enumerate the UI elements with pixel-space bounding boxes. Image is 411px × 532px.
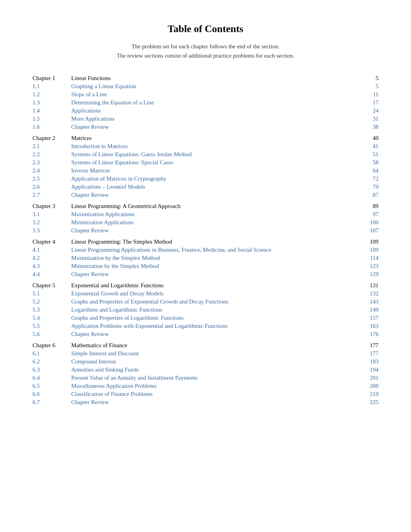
chapter-title: Linear Programming: The Simplex Method [70,238,363,246]
section-num: 2.6 [31,183,70,191]
section-row: 4.1Linear Programming Applications in Bu… [31,246,380,254]
section-num: 5.5 [31,322,70,330]
chapter-page: 89 [363,202,380,210]
section-page: 107 [363,227,380,235]
section-page: 157 [363,314,380,322]
chapter-page: 109 [363,238,380,246]
section-page: 201 [363,374,380,382]
section-num: 5.2 [31,298,70,306]
section-page: 11 [363,90,380,99]
section-page: 149 [363,306,380,314]
section-title: Exponential Growth and Decay Models [70,290,363,298]
section-row: 6.3Annuities and Sinking Funds194 [31,366,380,374]
section-title: Miscellaneous Application Problems [70,382,363,390]
section-title: Graphing a Linear Equation [70,82,363,90]
section-page: 87 [363,191,380,199]
section-page: 38 [363,123,380,131]
section-row: 1.3Determining the Equation of a Line17 [31,99,380,107]
section-row: 1.4Applications24 [31,107,380,115]
section-title: Compound Interest [70,358,363,366]
section-row: 1.5More Applications31 [31,115,380,123]
section-page: 41 [363,142,380,150]
chapter-label: Chapter 3 [31,202,70,210]
section-num: 2.7 [31,191,70,199]
section-page: 97 [363,210,380,218]
section-row: 2.7Chapter Review87 [31,191,380,199]
chapter-label: Chapter 1 [31,74,70,82]
section-row: 2.3Systems of Linear Equations: Special … [31,159,380,167]
section-num: 2.3 [31,159,70,167]
section-num: 6.2 [31,358,70,366]
section-row: 2.5Application of Matrices in Cryptograp… [31,175,380,183]
section-row: 6.4Present Value of an Annuity and Insta… [31,374,380,382]
section-page: 123 [363,262,380,270]
chapter-title: Mathematics of Finance [70,341,363,350]
section-title: More Applications [70,115,363,123]
section-num: 6.1 [31,350,70,358]
chapter-page: 131 [363,281,380,290]
chapter-page: 177 [363,341,380,350]
section-page: 79 [363,183,380,191]
section-num: 1.2 [31,90,70,99]
section-page: 194 [363,366,380,374]
section-num: 2.5 [31,175,70,183]
section-title: Classification of Finance Problems [70,390,363,398]
section-title: Chapter Review [70,123,363,131]
section-row: 2.4Inverse Matrices64 [31,167,380,175]
chapter-row: Chapter 3Linear Programming: A Geometric… [31,202,380,210]
section-page: 24 [363,107,380,115]
section-title: Chapter Review [70,398,363,406]
section-num: 3.2 [31,218,70,227]
section-title: Chapter Review [70,270,363,278]
section-row: 1.6Chapter Review38 [31,123,380,131]
section-page: 114 [363,254,380,262]
section-title: Determining the Equation of a Line [70,99,363,107]
section-title: Chapter Review [70,191,363,199]
section-page: 225 [363,398,380,406]
section-page: 183 [363,358,380,366]
section-page: 143 [363,298,380,306]
section-row: 3.1Maximization Applications97 [31,210,380,218]
section-title: Simple Interest and Discount [70,350,363,358]
chapter-page: 40 [363,134,380,142]
chapter-label: Chapter 5 [31,281,70,290]
section-num: 1.5 [31,115,70,123]
section-num: 4.3 [31,262,70,270]
section-num: 4.2 [31,254,70,262]
section-page: 132 [363,290,380,298]
toc-table: Chapter 1Linear Functions51.1Graphing a … [31,74,380,409]
chapter-label: Chapter 4 [31,238,70,246]
section-title: Systems of Linear Equations: Special Cas… [70,159,363,167]
section-row: 5.1Exponential Growth and Decay Models13… [31,290,380,298]
chapter-row: Chapter 4Linear Programming: The Simplex… [31,238,380,246]
section-num: 6.4 [31,374,70,382]
subtitle-line2: The review sections consist of additiona… [117,53,295,59]
section-page: 100 [363,218,380,227]
section-num: 6.6 [31,390,70,398]
section-row: 4.2Maximization by the Simplex Method114 [31,254,380,262]
section-title: Graphs and Properties of Exponential Gro… [70,298,363,306]
section-page: 17 [363,99,380,107]
section-page: 109 [363,246,380,254]
section-title: Maximization by the Simplex Method [70,254,363,262]
section-title: Chapter Review [70,330,363,338]
section-row: 5.4Graphs and Properties of Logarithmic … [31,314,380,322]
chapter-page: 5 [363,74,380,82]
section-row: 4.4Chapter Review129 [31,270,380,278]
section-num: 5.4 [31,314,70,322]
section-row: 6.6Classification of Finance Problems219 [31,390,380,398]
section-page: 129 [363,270,380,278]
section-num: 1.6 [31,123,70,131]
section-num: 1.4 [31,107,70,115]
chapter-title: Linear Programming: A Geometrical Approa… [70,202,363,210]
section-row: 4.3Minimization by the Simplex Method123 [31,262,380,270]
section-num: 3.3 [31,227,70,235]
chapter-title: Linear Functions [70,74,363,82]
section-row: 3.2Minimization Applications100 [31,218,380,227]
section-page: 208 [363,382,380,390]
section-num: 5.6 [31,330,70,338]
section-title: Logarithms and Logarithmic Functions [70,306,363,314]
section-title: Chapter Review [70,227,363,235]
section-num: 2.4 [31,167,70,175]
section-num: 1.3 [31,99,70,107]
